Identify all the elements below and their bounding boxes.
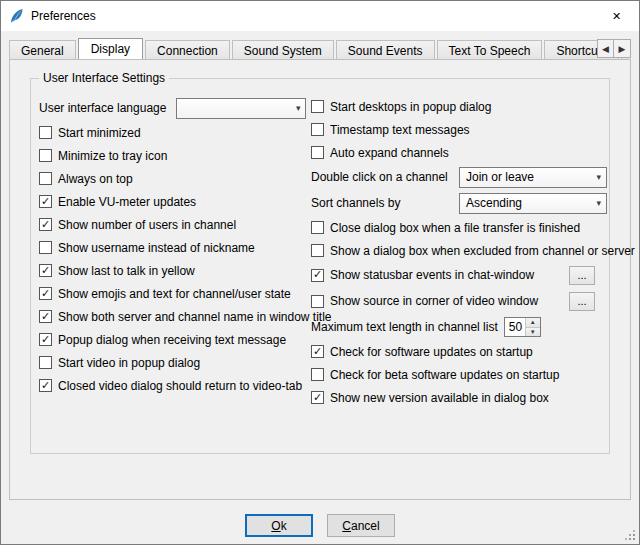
tab-sound-events[interactable]: Sound Events xyxy=(336,40,435,59)
resize-grip[interactable] xyxy=(623,528,635,540)
tab-general[interactable]: General xyxy=(9,40,76,59)
tab-text-to-speech[interactable]: Text To Speech xyxy=(437,40,543,59)
chevron-down-icon: ▾ xyxy=(596,198,601,208)
tab-connection[interactable]: Connection xyxy=(145,40,230,59)
checkbox-label: Show source in corner of video window xyxy=(330,294,538,308)
checkbox-box[interactable] xyxy=(39,356,52,369)
checkbox-dialog-when-excluded[interactable]: Show a dialog box when excluded from cha… xyxy=(311,239,607,262)
checkbox-box[interactable] xyxy=(39,126,52,139)
language-dropdown[interactable]: ▾ xyxy=(176,98,306,119)
checkbox-show-user-count[interactable]: Show number of users in channel xyxy=(39,213,311,236)
checkbox-label: Show new version available in dialog box xyxy=(330,391,549,405)
cancel-button-label: Cancel xyxy=(342,519,379,533)
tab-label: General xyxy=(21,44,64,58)
checkbox-box[interactable] xyxy=(39,333,52,346)
checkbox-server-channel-in-title[interactable]: Show both server and channel name in win… xyxy=(39,305,311,328)
double-click-dropdown[interactable]: Join or leave ▾ xyxy=(459,167,607,188)
tab-display[interactable]: Display xyxy=(78,38,143,59)
checkbox-popup-text-message[interactable]: Popup dialog when receiving text message xyxy=(39,328,311,351)
checkbox-label: Enable VU-meter updates xyxy=(58,195,196,209)
checkbox-closed-video-return[interactable]: Closed video dialog should return to vid… xyxy=(39,374,311,397)
checkbox-box[interactable] xyxy=(39,241,52,254)
sort-channels-label: Sort channels by xyxy=(311,196,400,210)
checkbox-box[interactable] xyxy=(311,221,324,234)
double-click-row: Double click on a channel Join or leave … xyxy=(311,164,607,190)
checkbox-label: Popup dialog when receiving text message xyxy=(58,333,286,347)
tab-sound-system[interactable]: Sound System xyxy=(232,40,334,59)
checkbox-label: Show a dialog box when excluded from cha… xyxy=(330,244,635,258)
titlebar: Preferences ✕ xyxy=(1,1,639,31)
user-interface-settings-group: User Interface Settings User interface l… xyxy=(30,78,610,454)
checkbox-box[interactable] xyxy=(311,368,324,381)
sort-channels-dropdown[interactable]: Ascending ▾ xyxy=(459,193,607,214)
checkbox-box[interactable] xyxy=(39,379,52,392)
checkbox-box[interactable] xyxy=(311,100,324,113)
checkbox-label: Close dialog box when a file transfer is… xyxy=(330,221,580,235)
checkbox-box[interactable] xyxy=(311,295,324,308)
checkbox-start-minimized[interactable]: Start minimized xyxy=(39,121,311,144)
checkbox-video-popup[interactable]: Start video in popup dialog xyxy=(39,351,311,374)
tab-scroll-right-button[interactable]: ▶ xyxy=(614,39,631,58)
checkbox-box[interactable] xyxy=(311,146,324,159)
preferences-dialog: Preferences ✕ General Display Connection… xyxy=(0,0,640,545)
checkbox-label: Start video in popup dialog xyxy=(58,356,200,370)
checkbox-new-version-dialog[interactable]: Show new version available in dialog box xyxy=(311,386,607,409)
sort-channels-row: Sort channels by Ascending ▾ xyxy=(311,190,607,216)
checkbox-check-updates[interactable]: Check for software updates on startup xyxy=(311,340,607,363)
spin-down-button[interactable]: ▼ xyxy=(526,327,540,337)
spinner-value: 50 xyxy=(505,318,525,336)
checkbox-box[interactable] xyxy=(39,310,52,323)
checkbox-timestamp-messages[interactable]: Timestamp text messages xyxy=(311,118,607,141)
checkbox-box[interactable] xyxy=(311,345,324,358)
spin-up-button[interactable]: ▲ xyxy=(526,318,540,327)
checkbox-vu-meter[interactable]: Enable VU-meter updates xyxy=(39,190,311,213)
checkbox-emojis-text-state[interactable]: Show emojis and text for channel/user st… xyxy=(39,282,311,305)
checkbox-box[interactable] xyxy=(311,391,324,404)
max-text-length-label: Maximum text length in channel list xyxy=(311,320,498,334)
checkbox-close-on-transfer-finished[interactable]: Close dialog box when a file transfer is… xyxy=(311,216,607,239)
scroll-right-icon: ▶ xyxy=(619,44,626,54)
checkbox-box[interactable] xyxy=(39,218,52,231)
checkbox-auto-expand-channels[interactable]: Auto expand channels xyxy=(311,141,607,164)
statusbar-events-row: Show statusbar events in chat-window ... xyxy=(311,262,607,288)
tab-scroll-left-button[interactable]: ◀ xyxy=(597,39,614,58)
ok-button[interactable]: Ok xyxy=(245,514,313,537)
cancel-button[interactable]: Cancel xyxy=(327,514,395,537)
spin-up-icon: ▲ xyxy=(530,319,536,325)
tab-label: Connection xyxy=(157,44,218,58)
checkbox-label: Show last to talk in yellow xyxy=(58,264,195,278)
tab-label: Text To Speech xyxy=(449,44,531,58)
checkbox-label: Show username instead of nickname xyxy=(58,241,255,255)
tab-scrollers: ◀ ▶ xyxy=(597,39,631,58)
double-click-value: Join or leave xyxy=(466,170,534,184)
tabs: General Display Connection Sound System … xyxy=(9,38,631,59)
checkbox-box[interactable] xyxy=(311,123,324,136)
checkbox-minimize-to-tray[interactable]: Minimize to tray icon xyxy=(39,144,311,167)
close-icon: ✕ xyxy=(612,10,621,23)
chevron-down-icon: ▾ xyxy=(596,172,601,182)
checkbox-box[interactable] xyxy=(39,264,52,277)
checkbox-label: Show number of users in channel xyxy=(58,218,236,232)
checkbox-label: Always on top xyxy=(58,172,133,186)
checkbox-box[interactable] xyxy=(39,172,52,185)
max-text-length-spinner[interactable]: 50 ▲ ▼ xyxy=(504,317,541,337)
tab-bar: General Display Connection Sound System … xyxy=(9,38,631,59)
checkbox-box[interactable] xyxy=(39,287,52,300)
checkbox-label: Auto expand channels xyxy=(330,146,449,160)
ok-button-label: Ok xyxy=(271,519,286,533)
checkbox-last-to-talk-yellow[interactable]: Show last to talk in yellow xyxy=(39,259,311,282)
close-button[interactable]: ✕ xyxy=(594,1,639,31)
checkbox-desktops-popup[interactable]: Start desktops in popup dialog xyxy=(311,95,607,118)
tab-label: Sound System xyxy=(244,44,322,58)
video-source-more-button[interactable]: ... xyxy=(569,292,595,311)
checkbox-label: Show statusbar events in chat-window xyxy=(330,268,534,282)
checkbox-box[interactable] xyxy=(311,269,324,282)
checkbox-box[interactable] xyxy=(39,195,52,208)
checkbox-box[interactable] xyxy=(311,244,324,257)
checkbox-check-beta-updates[interactable]: Check for beta software updates on start… xyxy=(311,363,607,386)
checkbox-username-instead-nickname[interactable]: Show username instead of nickname xyxy=(39,236,311,259)
checkbox-always-on-top[interactable]: Always on top xyxy=(39,167,311,190)
language-label: User interface language xyxy=(39,101,166,115)
statusbar-events-more-button[interactable]: ... xyxy=(569,266,595,285)
checkbox-box[interactable] xyxy=(39,149,52,162)
